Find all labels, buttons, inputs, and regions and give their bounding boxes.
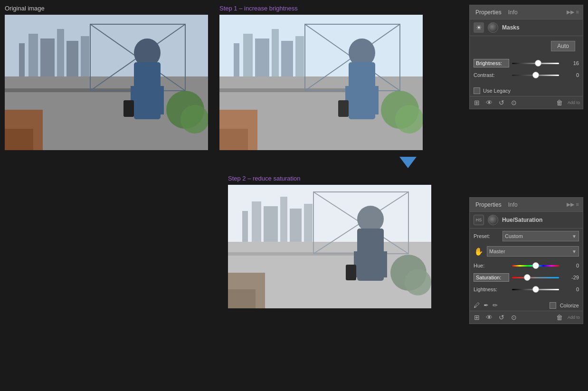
panel1-forward-icon[interactable]: ▶▶	[567, 9, 574, 15]
layer2-mask-icon	[488, 215, 498, 225]
panel2-addto-label: Add to	[568, 315, 580, 320]
preset-label: Preset:	[474, 233, 500, 239]
saturation-track	[512, 277, 559, 278]
lightness-slider[interactable]	[512, 286, 559, 293]
contrast-slider[interactable]	[512, 71, 559, 79]
panel2-header-icons: ▶▶ ≡	[567, 201, 579, 208]
svg-point-60	[405, 269, 431, 296]
saturation-label: Saturation:	[474, 273, 509, 282]
colorize-checkbox[interactable]	[550, 302, 556, 309]
svg-rect-58	[346, 265, 356, 280]
saturation-slider[interactable]	[512, 274, 559, 281]
step2-label: Step 2 – reduce saturation	[228, 175, 583, 182]
svg-rect-2	[28, 34, 38, 76]
panel1-layer-row: ☀ Masks	[470, 19, 583, 36]
addto-label: Add to	[568, 100, 580, 105]
svg-point-39	[395, 105, 423, 134]
panel2-layer-row: HS Hue/Saturation	[470, 212, 583, 229]
hue-track	[512, 265, 559, 267]
panel1-toolbar: ⊞ 👁 ↺ ⊙ 🗑 Add to	[470, 96, 583, 109]
use-legacy-row: Use Legacy	[470, 86, 583, 96]
panel2-delete-icon[interactable]: 🗑	[555, 313, 564, 322]
eyedropper-sub-icon[interactable]: ✏	[493, 302, 498, 309]
use-legacy-checkbox[interactable]	[474, 87, 480, 94]
brightness-panel: Properties Info ▶▶ ≡ ☀ Masks Auto Bright…	[469, 5, 583, 109]
auto-btn-row: Auto	[470, 36, 583, 56]
svg-rect-4	[57, 29, 64, 76]
panel1-tabs: Properties Info	[474, 8, 567, 17]
auto-button[interactable]: Auto	[551, 41, 575, 51]
step-arrow	[228, 150, 588, 175]
lightness-thumb[interactable]	[532, 286, 539, 293]
contrast-track	[512, 75, 559, 76]
panel2-visibility-icon[interactable]: 👁	[485, 313, 493, 322]
contrast-label: Contrast:	[474, 72, 509, 78]
panel1-layer-name: Masks	[502, 24, 579, 31]
contrast-value: 0	[562, 72, 579, 78]
contrast-thumb[interactable]	[532, 72, 539, 78]
preset-dropdown-arrow: ▼	[572, 234, 577, 239]
saturation-thumb[interactable]	[524, 274, 531, 281]
panel2-forward-icon[interactable]: ▶▶	[567, 201, 574, 208]
svg-rect-25	[272, 29, 279, 76]
panel1-menu-icon[interactable]: ≡	[576, 9, 579, 15]
tab-info-1[interactable]: Info	[506, 8, 520, 17]
contrast-row: Contrast: 0	[474, 71, 579, 79]
svg-rect-26	[281, 41, 293, 76]
tab-properties-1[interactable]: Properties	[474, 8, 503, 17]
panel2-reset-icon[interactable]: ↺	[497, 313, 506, 322]
panel1-sliders: Brightness: 16 Contrast: 0	[470, 56, 583, 86]
layer-mask-icon	[488, 22, 498, 33]
svg-rect-62	[228, 289, 256, 308]
tab-properties-2[interactable]: Properties	[474, 200, 503, 209]
svg-rect-3	[40, 38, 55, 76]
hue-thumb[interactable]	[532, 262, 539, 269]
step2-image	[228, 185, 431, 308]
reset-icon[interactable]: ↺	[497, 98, 506, 107]
lightness-row: Lightness: 0	[474, 286, 579, 293]
svg-rect-57	[378, 251, 387, 277]
hue-slider[interactable]	[512, 262, 559, 269]
svg-rect-46	[280, 197, 287, 242]
eyedropper-icon[interactable]: 🖊	[474, 302, 480, 309]
svg-rect-5	[66, 41, 78, 76]
svg-point-18	[180, 105, 208, 134]
svg-rect-41	[219, 129, 248, 150]
master-dropdown[interactable]: Master ▼	[487, 246, 579, 257]
preset-row: Preset: Custom ▼	[470, 229, 583, 244]
hue-sat-adjustment-icon: HS	[474, 215, 484, 225]
tab-info-2[interactable]: Info	[506, 200, 520, 209]
panel1-header: Properties Info ▶▶ ≡	[470, 5, 583, 19]
original-column: Original image	[5, 5, 208, 150]
brightness-label: Brightness:	[474, 59, 509, 67]
main-layout: Original image	[0, 0, 588, 391]
original-image	[5, 15, 208, 150]
svg-point-54	[357, 206, 384, 232]
panel2-menu-icon[interactable]: ≡	[576, 201, 579, 208]
svg-rect-44	[252, 201, 261, 242]
saturation-value: -29	[562, 275, 579, 280]
visibility-icon[interactable]: 👁	[485, 98, 493, 107]
colorize-label: Colorize	[560, 303, 579, 308]
add-to-icon[interactable]: ⊞	[473, 98, 481, 107]
preset-value: Custom	[505, 233, 523, 239]
svg-rect-43	[242, 211, 248, 242]
hand-icon[interactable]: ✋	[474, 247, 484, 256]
view-icon[interactable]: ⊙	[510, 98, 518, 107]
svg-rect-47	[290, 209, 302, 242]
brightness-thumb[interactable]	[535, 60, 541, 67]
svg-rect-6	[81, 36, 89, 76]
brightness-slider[interactable]	[512, 59, 559, 67]
step1-image	[219, 15, 423, 150]
svg-rect-37	[338, 100, 349, 117]
eyedropper-add-icon[interactable]: ✒	[484, 302, 489, 309]
panel2-header: Properties Info ▶▶ ≡	[470, 198, 583, 212]
panel2-tabs: Properties Info	[474, 200, 567, 209]
panel2-sliders: Hue: 0 Saturation: -29	[470, 259, 583, 300]
preset-dropdown[interactable]: Custom ▼	[503, 231, 579, 241]
delete-icon[interactable]: 🗑	[555, 98, 564, 107]
panel2-view-icon[interactable]: ⊙	[510, 313, 518, 322]
saturation-row: Saturation: -29	[474, 273, 579, 282]
panel2-add-to-icon[interactable]: ⊞	[473, 313, 481, 322]
svg-rect-15	[154, 86, 164, 114]
